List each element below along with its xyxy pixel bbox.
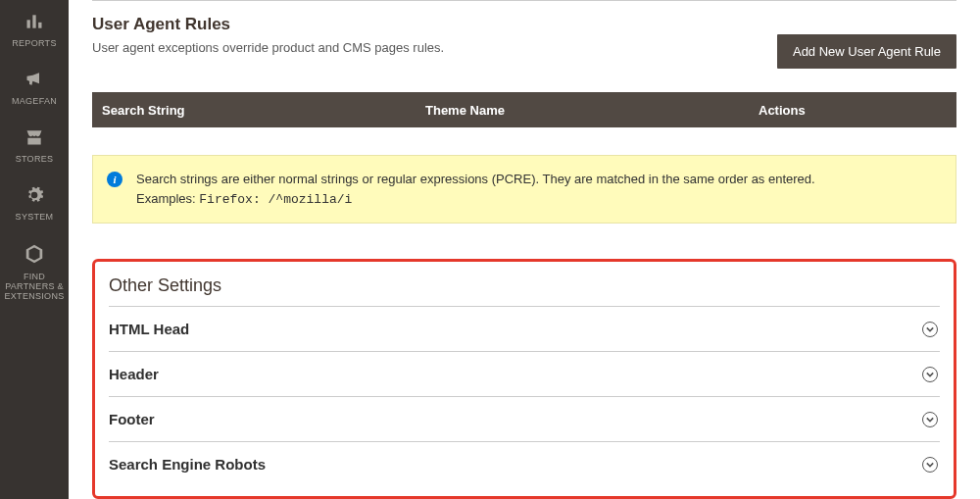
info-message: i Search strings are either normal strin… [92, 155, 956, 224]
sidebar-item-label: REPORTS [12, 38, 56, 48]
info-icon: i [107, 172, 122, 187]
accordion-search-engine-robots[interactable]: Search Engine Robots [109, 441, 940, 486]
column-theme-name: Theme Name [416, 103, 749, 118]
info-text: Search strings are either normal strings… [136, 170, 815, 209]
accordion-html-head[interactable]: HTML Head [109, 306, 940, 351]
user-agent-header-row: User Agent Rules User agent exceptions o… [92, 15, 956, 69]
admin-sidebar: REPORTS MAGEFAN STORES SYSTEM FIND PARTN… [0, 0, 69, 499]
megaphone-icon [24, 70, 44, 91]
sidebar-item-partners[interactable]: FIND PARTNERS & EXTENSIONS [0, 231, 69, 311]
chevron-down-icon [922, 367, 938, 382]
sidebar-item-stores[interactable]: STORES [0, 116, 69, 174]
reports-icon [24, 12, 44, 33]
user-agent-table-header: Search String Theme Name Actions [92, 92, 956, 127]
column-search-string: Search String [92, 103, 416, 118]
chevron-down-icon [922, 412, 938, 427]
add-user-agent-rule-button[interactable]: Add New User Agent Rule [777, 34, 956, 69]
user-agent-rules-title: User Agent Rules [92, 15, 444, 34]
user-agent-rules-subtitle: User agent exceptions override product a… [92, 40, 444, 55]
svg-rect-1 [32, 15, 35, 27]
svg-rect-0 [27, 20, 30, 27]
info-examples-label: Examples: [136, 191, 199, 206]
sidebar-item-magefan[interactable]: MAGEFAN [0, 58, 69, 116]
app-root: REPORTS MAGEFAN STORES SYSTEM FIND PARTN… [0, 0, 980, 499]
sidebar-item-label: FIND PARTNERS & EXTENSIONS [4, 272, 65, 301]
chevron-down-icon [922, 457, 938, 473]
info-example-code: Firefox: /^mozilla/i [199, 192, 352, 207]
sidebar-item-label: STORES [16, 154, 54, 164]
sidebar-item-reports[interactable]: REPORTS [0, 0, 69, 58]
accordion-label: Footer [109, 411, 155, 427]
accordion-header[interactable]: Header [109, 351, 940, 396]
chevron-down-icon [922, 322, 938, 337]
sidebar-item-label: MAGEFAN [12, 96, 57, 106]
main-content: User Agent Rules User agent exceptions o… [69, 0, 980, 499]
other-settings-title: Other Settings [109, 275, 940, 296]
stores-icon [24, 127, 44, 149]
accordion-footer[interactable]: Footer [109, 396, 940, 441]
accordion-label: Header [109, 366, 159, 382]
svg-rect-2 [38, 23, 41, 28]
info-line1: Search strings are either normal strings… [136, 172, 815, 186]
column-actions: Actions [749, 103, 956, 118]
sidebar-item-system[interactable]: SYSTEM [0, 174, 69, 231]
accordion-label: Search Engine Robots [109, 456, 266, 473]
accordion-label: HTML Head [109, 321, 189, 337]
sidebar-item-label: SYSTEM [16, 212, 54, 222]
gear-icon [24, 185, 44, 207]
other-settings-highlight: Other Settings HTML Head Header Footer S… [92, 259, 956, 499]
partners-icon [24, 243, 45, 267]
